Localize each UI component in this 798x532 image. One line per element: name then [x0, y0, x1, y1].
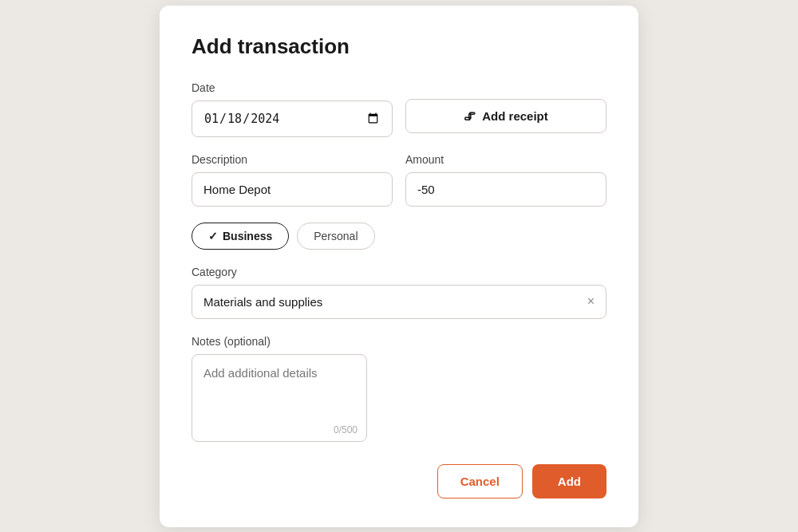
add-button[interactable]: Add	[532, 464, 606, 499]
amount-input[interactable]	[405, 172, 606, 207]
clear-category-icon[interactable]: ×	[587, 295, 595, 308]
business-label: Business	[223, 230, 272, 242]
business-toggle[interactable]: ✓ Business	[192, 223, 289, 250]
check-icon: ✓	[208, 230, 218, 242]
amount-label: Amount	[405, 153, 606, 166]
description-label: Description	[192, 153, 393, 166]
notes-wrapper: 0/500	[192, 354, 367, 445]
notes-label: Notes (optional)	[192, 335, 606, 348]
description-input[interactable]	[192, 172, 393, 207]
category-value: Materials and supplies	[203, 295, 322, 309]
transaction-type-toggle: ✓ Business Personal	[192, 223, 606, 250]
add-transaction-modal: Add transaction Date 🖇 Add receipt Descr…	[160, 6, 638, 527]
category-label: Category	[192, 266, 606, 278]
personal-toggle[interactable]: Personal	[297, 223, 374, 250]
modal-title: Add transaction	[192, 34, 606, 59]
paperclip-icon: 🖇	[464, 109, 476, 123]
date-input[interactable]	[192, 100, 393, 137]
modal-footer: Cancel Add	[192, 464, 606, 499]
date-label: Date	[192, 81, 393, 94]
personal-label: Personal	[314, 230, 358, 242]
notes-count: 0/500	[334, 424, 358, 435]
add-receipt-button[interactable]: 🖇 Add receipt	[405, 99, 606, 133]
add-receipt-label: Add receipt	[482, 109, 548, 123]
category-selector[interactable]: Materials and supplies ×	[192, 285, 606, 319]
cancel-button[interactable]: Cancel	[437, 464, 523, 499]
